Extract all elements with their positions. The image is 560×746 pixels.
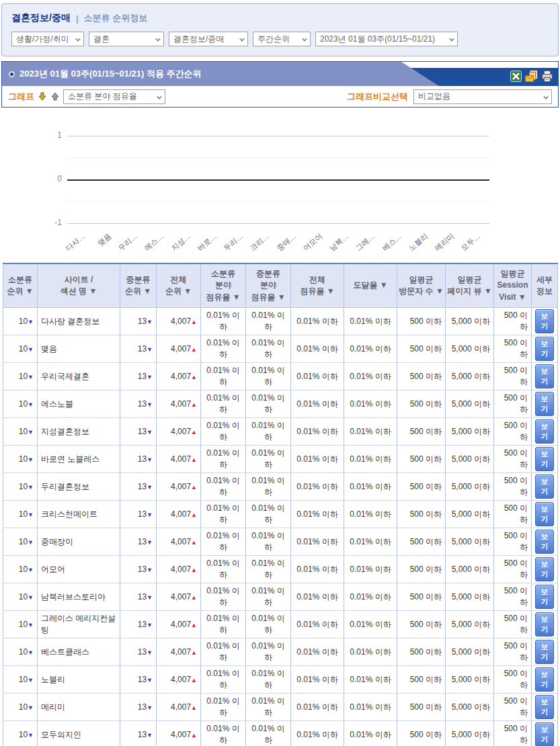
table-row: 10▼바로연 노블레스13▼4,007▲0.01% 이하0.01% 이하0.01… — [3, 446, 558, 473]
total-share-cell: 0.01% 이하 — [291, 473, 344, 501]
total-share-cell: 0.01% 이하 — [291, 638, 344, 666]
bullet-icon — [9, 71, 15, 77]
rank-up-icon: ▲ — [191, 401, 197, 408]
column-header[interactable]: 소분류 순위 ▼ — [3, 263, 38, 308]
rank-down-icon: ▼ — [147, 649, 153, 656]
graph-metric-select[interactable]: 소분류 분야 점유율 — [63, 89, 165, 104]
view-detail-button[interactable]: 보기 — [535, 640, 554, 664]
print-icon[interactable] — [541, 71, 553, 82]
daily-visitors-cell: 500 이하 — [397, 501, 446, 528]
total-share-cell: 0.01% 이하 — [291, 556, 344, 583]
daily-visitors-cell: 500 이하 — [397, 473, 446, 501]
column-header[interactable]: 일평균 페이지 뷰 ▼ — [446, 263, 494, 308]
daily-pageviews-cell: 5,000 이하 — [446, 501, 494, 528]
total-share-cell: 0.01% 이하 — [291, 308, 344, 335]
view-detail-button[interactable]: 보기 — [535, 667, 554, 692]
reach-cell: 0.01% 이하 — [344, 501, 397, 528]
rank-up-icon: ▲ — [191, 484, 197, 491]
table-row: 10▼두리결혼정보13▼4,007▲0.01% 이하0.01% 이하0.01% … — [3, 473, 558, 501]
table-row: 10▼지성결혼정보13▼4,007▲0.01% 이하0.01% 이하0.01% … — [3, 418, 558, 446]
y-axis-tick-label: -1 — [46, 218, 62, 227]
rank-down-icon: ▼ — [147, 511, 153, 518]
column-header[interactable]: 전체 점유율 ▼ — [291, 263, 344, 308]
rank-down-icon: ▼ — [147, 346, 153, 353]
filter-select-category-mid[interactable]: 결혼 — [89, 32, 164, 46]
daily-pageviews-cell: 5,000 이하 — [446, 390, 494, 418]
sub-share-cell: 0.01% 이하 — [201, 473, 246, 501]
graph-controls-row: 그래프 소분류 분야 점유율 그래프비교선택 비교없음 — [2, 86, 558, 107]
view-detail-button[interactable]: 보기 — [535, 309, 554, 333]
total-rank-cell: 4,007▲ — [157, 556, 201, 583]
total-share-cell: 0.01% 이하 — [291, 446, 344, 473]
sort-descending-arrow-icon[interactable] — [38, 92, 46, 101]
view-detail-button[interactable]: 보기 — [535, 474, 554, 499]
view-detail-button[interactable]: 보기 — [535, 419, 554, 444]
chart-gridline — [67, 179, 489, 181]
mid-share-cell: 0.01% 이하 — [246, 418, 291, 446]
filter-select-category-small[interactable]: 결혼정보/중매 — [169, 32, 248, 46]
total-share-cell: 0.01% 이하 — [291, 721, 344, 746]
total-share-cell: 0.01% 이하 — [291, 528, 344, 556]
mid-rank-cell: 13▼ — [120, 308, 157, 335]
total-share-cell: 0.01% 이하 — [291, 611, 344, 638]
view-detail-button[interactable]: 보기 — [535, 337, 554, 361]
column-header[interactable]: 소분류 분야 점유율 ▼ — [201, 263, 246, 308]
column-header[interactable]: 도달율 ▼ — [344, 263, 397, 308]
filter-select-value: 결혼정보/중매 — [173, 34, 224, 45]
view-detail-button[interactable]: 보기 — [535, 392, 554, 416]
rank-down-icon: ▼ — [28, 622, 34, 628]
daily-visitors-cell: 500 이하 — [397, 363, 446, 390]
column-header[interactable]: 전체 순위 ▼ — [157, 263, 201, 308]
filter-select-category-large[interactable]: 생활/가정/취미 — [11, 32, 84, 46]
column-header[interactable]: 일평균 방문자 수 ▼ — [397, 263, 446, 308]
reach-cell: 0.01% 이하 — [344, 611, 397, 638]
session-visit-cell: 500 이하 — [494, 721, 532, 746]
rank-down-icon: ▼ — [28, 319, 34, 325]
sort-ascending-arrow-icon[interactable] — [51, 92, 59, 101]
sub-rank-cell: 10▼ — [3, 363, 38, 390]
filter-select-period-type[interactable]: 주간순위 — [253, 32, 311, 46]
rank-down-icon: ▼ — [28, 567, 34, 573]
rank-down-icon: ▼ — [28, 456, 34, 463]
view-detail-button[interactable]: 보기 — [535, 502, 554, 526]
total-share-cell: 0.01% 이하 — [291, 363, 344, 390]
session-visit-cell: 500 이하 — [494, 583, 532, 611]
view-detail-button[interactable]: 보기 — [535, 695, 554, 719]
mid-rank-cell: 13▼ — [120, 666, 157, 694]
view-detail-button[interactable]: 보기 — [535, 530, 554, 554]
mid-share-cell: 0.01% 이하 — [246, 694, 291, 721]
mail-send-icon[interactable] — [525, 71, 538, 82]
sub-share-cell: 0.01% 이하 — [201, 446, 246, 473]
graph-compare-select[interactable]: 비교없음 — [413, 89, 552, 104]
sub-share-cell: 0.01% 이하 — [201, 335, 246, 363]
column-header[interactable]: 중분류 순위 ▼ — [120, 263, 157, 308]
sub-share-cell: 0.01% 이하 — [201, 501, 246, 528]
view-detail-button[interactable]: 보기 — [535, 364, 554, 388]
sub-share-cell: 0.01% 이하 — [201, 638, 246, 666]
reach-cell: 0.01% 이하 — [344, 694, 397, 721]
excel-export-icon[interactable] — [510, 71, 522, 82]
graph-compare-value: 비교없음 — [418, 91, 450, 102]
site-name-cell: 두리결혼정보 — [38, 473, 120, 501]
total-share-cell: 0.01% 이하 — [291, 583, 344, 611]
filter-panel: 결혼정보/중매 | 소분류 순위정보 생활/가정/취미결혼결혼정보/중매주간순위… — [1, 3, 559, 56]
site-name-cell: 남북러브스토리아 — [38, 583, 120, 611]
view-detail-button[interactable]: 보기 — [535, 557, 554, 581]
total-rank-cell: 4,007▲ — [157, 721, 201, 746]
view-detail-button[interactable]: 보기 — [535, 585, 554, 609]
daily-visitors-cell: 500 이하 — [397, 694, 446, 721]
filter-select-period-week[interactable]: 2023년 01월 03주(01/15~01/21) — [315, 32, 458, 46]
rank-down-icon: ▼ — [147, 429, 153, 436]
view-detail-button[interactable]: 보기 — [535, 722, 554, 746]
view-detail-button[interactable]: 보기 — [535, 612, 554, 636]
column-header[interactable]: 일평균 Session Visit ▼ — [494, 263, 532, 308]
sub-rank-cell: 10▼ — [3, 473, 38, 501]
view-detail-button[interactable]: 보기 — [535, 447, 554, 471]
daily-pageviews-cell: 5,000 이하 — [446, 335, 494, 363]
sub-share-cell: 0.01% 이하 — [201, 666, 246, 694]
site-name-cell: 에스노블 — [38, 390, 120, 418]
column-header[interactable]: 중분류 분야 점유율 ▼ — [246, 263, 291, 308]
daily-pageviews-cell: 5,000 이하 — [446, 308, 494, 335]
detail-cell: 보기 — [532, 528, 558, 556]
chevron-down-icon — [155, 36, 161, 42]
